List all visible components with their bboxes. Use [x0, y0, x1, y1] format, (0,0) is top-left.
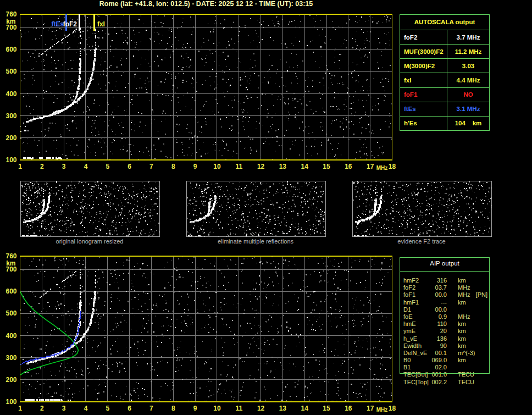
- param-label: fxI: [400, 73, 447, 87]
- svg-text:10: 10: [213, 405, 221, 412]
- aip-cell: B0: [403, 357, 430, 364]
- thumbnail-caption: original ionogram resized: [20, 238, 159, 245]
- aip-row: Ewidth90km: [403, 342, 488, 350]
- aip-cell: 02.0: [430, 364, 447, 371]
- aip-row: foE0.9MHz: [403, 313, 488, 320]
- svg-text:3: 3: [62, 163, 66, 170]
- param-value: NO: [447, 91, 489, 98]
- aip-cell: h_vE: [403, 335, 430, 342]
- autoscala-row-hes: h'Es 104 km: [400, 116, 489, 130]
- svg-text:100: 100: [5, 156, 16, 164]
- svg-text:ftEs: ftEs: [51, 20, 64, 28]
- aip-cell: 069.0: [430, 357, 447, 364]
- param-value: 4.4 MHz: [447, 77, 489, 84]
- svg-text:4: 4: [84, 405, 88, 412]
- aip-cell: 136: [430, 335, 447, 342]
- page-title: Rome (lat: +41.8, lon: 012.5) - DATE: 20…: [20, 0, 392, 8]
- aip-cell: km: [458, 335, 466, 342]
- aip-header-divider: [400, 271, 490, 272]
- aip-cell: TEC[Bot]: [403, 371, 430, 378]
- autoscala-row-m3000: M(3000)F2 3.03: [400, 58, 489, 73]
- aip-row: D100.0: [403, 306, 488, 313]
- aip-row: foF100.0MHz[PN]: [403, 291, 488, 298]
- svg-text:2: 2: [40, 163, 44, 170]
- param-label: foF1: [400, 88, 447, 102]
- aip-row: foF203.7MHz: [403, 284, 488, 291]
- svg-text:200: 200: [5, 134, 16, 142]
- svg-text:7: 7: [149, 405, 153, 412]
- aip-cell: MHz: [458, 284, 470, 291]
- svg-text:foF2: foF2: [63, 20, 77, 28]
- aip-cell: km: [458, 328, 466, 335]
- autoscala-row-ftes: ftEs 3.1 MHz: [400, 102, 489, 116]
- param-label: foF2: [400, 30, 447, 44]
- aip-cell: MHz: [458, 291, 470, 298]
- aip-row: hmF1---km: [403, 299, 488, 306]
- aip-cell: hmF1: [403, 299, 430, 306]
- aip-cell: km: [458, 357, 466, 364]
- svg-text:100: 100: [5, 398, 16, 406]
- autoscala-row-fxi: fxI 4.4 MHz: [400, 73, 489, 87]
- aip-cell: km: [458, 277, 466, 284]
- param-value: 11.2 MHz: [447, 48, 489, 55]
- thumbnail-caption: eliminate multiple reflections: [186, 238, 325, 245]
- aip-row: TEC[Top]002.2TECU: [403, 379, 488, 386]
- svg-text:MHz: MHz: [376, 407, 388, 413]
- svg-text:300: 300: [5, 354, 16, 362]
- svg-text:700: 700: [5, 24, 16, 31]
- aip-cell: 002.2: [430, 379, 447, 386]
- svg-text:13: 13: [279, 163, 287, 170]
- aip-cell: km: [458, 320, 466, 328]
- svg-text:3: 3: [62, 405, 66, 412]
- aip-cell: 0.9: [430, 313, 447, 320]
- aip-cell: foF1: [403, 291, 430, 298]
- svg-text:15: 15: [323, 163, 330, 170]
- svg-text:16: 16: [345, 405, 352, 412]
- svg-text:12: 12: [257, 405, 265, 412]
- aip-cell: TEC[Top]: [403, 379, 430, 386]
- svg-text:17: 17: [367, 163, 374, 170]
- svg-text:15: 15: [323, 405, 330, 412]
- axis-tick-labels: 760km70060050040030020010012345678910111…: [5, 10, 396, 171]
- ionogram-profile-plot: 760km70060050040030020010012345678910111…: [0, 250, 401, 414]
- param-value: 104 km: [447, 120, 489, 126]
- svg-text:14: 14: [301, 405, 309, 412]
- param-label: M(3000)F2: [400, 59, 447, 73]
- aip-cell: D1: [403, 306, 430, 313]
- aip-cell: foE: [403, 313, 430, 320]
- aip-cell: 110: [430, 320, 447, 328]
- svg-text:500: 500: [5, 68, 16, 75]
- autoscala-window: Rome (lat: +41.8, lon: 012.5) - DATE: 20…: [0, 0, 532, 415]
- aip-row: DelN_vE00.1m^(-3): [403, 350, 488, 357]
- param-value: 3.03: [447, 63, 489, 69]
- param-label: MUF(3000)F2: [400, 45, 447, 58]
- autoscala-row-fof1: foF1 NO: [400, 87, 489, 102]
- aip-row: hmF2316km: [403, 277, 488, 284]
- aip-cell: MHz: [458, 313, 470, 320]
- svg-text:10: 10: [213, 163, 221, 170]
- aip-cell: hmF2: [403, 277, 430, 284]
- aip-cell: ymE: [403, 328, 430, 335]
- aip-parameter-list: hmF2316kmfoF203.7MHzfoF100.0MHz[PN]hmF1-…: [403, 277, 488, 386]
- svg-text:1: 1: [18, 163, 22, 170]
- thumbnail-evidence-f2-trace: [352, 181, 492, 237]
- svg-text:MHz: MHz: [376, 165, 388, 171]
- aip-cell: km: [458, 299, 466, 306]
- svg-text:12: 12: [257, 163, 265, 170]
- aip-row: h_vE136km: [403, 335, 488, 342]
- aip-cell: 00.1: [430, 350, 447, 357]
- svg-text:18: 18: [389, 405, 396, 412]
- svg-text:6: 6: [128, 405, 131, 412]
- aip-cell: [PN]: [476, 291, 487, 298]
- svg-text:8: 8: [171, 405, 175, 412]
- aip-cell: 316: [430, 277, 447, 284]
- svg-text:760: 760: [5, 252, 16, 260]
- aip-cell: foF2: [403, 284, 430, 291]
- svg-text:11: 11: [235, 405, 242, 412]
- ionogram-main-plot: 760km70060050040030020010012345678910111…: [0, 8, 401, 173]
- svg-text:9: 9: [193, 163, 197, 170]
- aip-cell: ---: [430, 299, 447, 306]
- autoscala-output-panel: AUTOSCALA output foF2 3.7 MHz MUF(3000)F…: [400, 14, 490, 131]
- svg-text:400: 400: [5, 332, 16, 340]
- aip-panel-title: AIP output: [400, 260, 490, 267]
